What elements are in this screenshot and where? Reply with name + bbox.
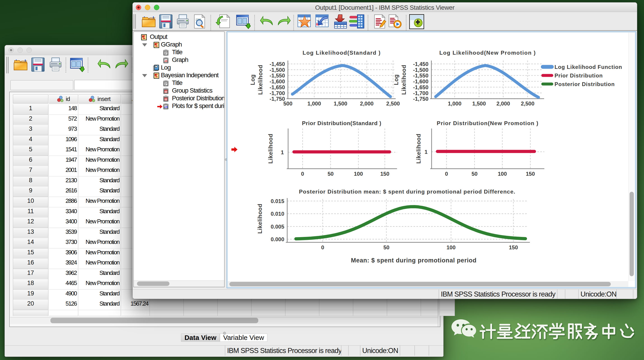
svg-text:-1,600: -1,600 bbox=[413, 78, 428, 84]
svg-text:Mean: $ spent during promotion: Mean: $ spent during promotional period bbox=[351, 257, 476, 264]
svg-text:2,500: 2,500 bbox=[386, 100, 400, 107]
svg-text:Prior Distribution: Prior Distribution bbox=[554, 72, 603, 79]
svg-text:100: 100 bbox=[498, 171, 507, 177]
svg-text:150: 150 bbox=[380, 171, 389, 177]
svg-text:1: 1 bbox=[281, 149, 284, 155]
svg-text:1,000: 1,000 bbox=[448, 100, 462, 107]
svg-text:-1,550: -1,550 bbox=[413, 72, 428, 79]
svg-text:Likelihood: Likelihood bbox=[401, 65, 407, 95]
svg-text:Prior Distribution(New Promoti: Prior Distribution(New Promotion ) bbox=[437, 120, 538, 126]
svg-text:0.005: 0.005 bbox=[271, 224, 284, 230]
svg-text:0.000: 0.000 bbox=[271, 236, 284, 242]
svg-text:2,500: 2,500 bbox=[521, 100, 534, 107]
svg-text:Log Likelihood(Standard ): Log Likelihood(Standard ) bbox=[302, 50, 381, 56]
svg-text:Likelihood: Likelihood bbox=[267, 134, 274, 164]
svg-text:2,000: 2,000 bbox=[496, 100, 510, 107]
svg-text:1,500: 1,500 bbox=[334, 100, 347, 107]
svg-text:-1,500: -1,500 bbox=[270, 67, 285, 73]
svg-text:Posterior Distribution mean: $: Posterior Distribution mean: $ spent dur… bbox=[299, 189, 516, 195]
svg-text:150: 150 bbox=[526, 171, 535, 177]
svg-text:Log: Log bbox=[250, 74, 256, 85]
svg-text:100: 100 bbox=[354, 171, 363, 177]
svg-text:Posterior Distribution: Posterior Distribution bbox=[554, 81, 614, 87]
svg-text:-1,550: -1,550 bbox=[270, 72, 285, 79]
svg-text:0: 0 bbox=[301, 171, 304, 177]
svg-text:-1,450: -1,450 bbox=[270, 61, 285, 67]
svg-text:-1,700: -1,700 bbox=[413, 90, 428, 96]
svg-text:-1,600: -1,600 bbox=[270, 78, 285, 84]
svg-text:50: 50 bbox=[384, 244, 390, 251]
svg-text:Likelihood: Likelihood bbox=[415, 134, 422, 164]
svg-text:Log: Log bbox=[393, 74, 399, 85]
svg-text:1,000: 1,000 bbox=[307, 100, 321, 107]
svg-text:-1,650: -1,650 bbox=[413, 84, 428, 90]
svg-text:Prior Distribution(Standard ): Prior Distribution(Standard ) bbox=[302, 120, 382, 126]
svg-text:50: 50 bbox=[472, 171, 478, 177]
svg-text:0.015: 0.015 bbox=[271, 198, 284, 204]
svg-text:-1,700: -1,700 bbox=[270, 90, 285, 96]
svg-text:0.010: 0.010 bbox=[271, 211, 284, 217]
svg-text:150: 150 bbox=[509, 244, 518, 251]
svg-text:-1,750: -1,750 bbox=[413, 96, 428, 102]
svg-text:100: 100 bbox=[446, 244, 456, 251]
svg-text:-1,450: -1,450 bbox=[413, 61, 428, 67]
svg-text:2,000: 2,000 bbox=[360, 100, 374, 107]
svg-text:0: 0 bbox=[445, 171, 448, 177]
svg-text:Log Likelihood Function: Log Likelihood Function bbox=[554, 64, 622, 70]
svg-text:1,500: 1,500 bbox=[472, 100, 486, 107]
svg-text:Log Likelihood(New Promotion ): Log Likelihood(New Promotion ) bbox=[439, 50, 536, 56]
svg-text:-1,500: -1,500 bbox=[413, 67, 428, 73]
svg-text:0: 0 bbox=[321, 244, 324, 251]
svg-text:Likelihood: Likelihood bbox=[257, 204, 263, 234]
svg-text:-1,750: -1,750 bbox=[270, 96, 285, 102]
svg-text:50: 50 bbox=[328, 171, 334, 177]
svg-text:Likelihood: Likelihood bbox=[257, 65, 264, 95]
svg-text:500: 500 bbox=[283, 100, 292, 107]
svg-text:1: 1 bbox=[424, 149, 428, 155]
svg-text:-1,650: -1,650 bbox=[270, 84, 285, 90]
